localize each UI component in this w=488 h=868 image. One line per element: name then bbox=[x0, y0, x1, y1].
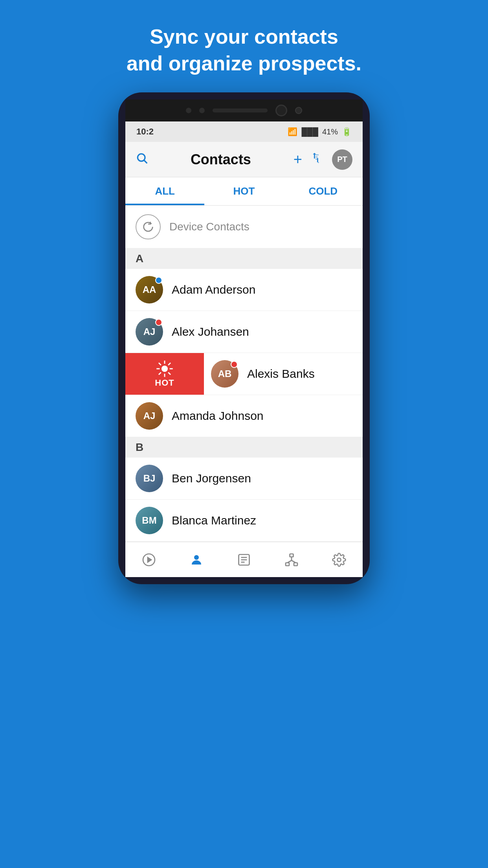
contact-row-ben[interactable]: BJ Ben Jorgensen bbox=[125, 458, 363, 500]
aux-sensor bbox=[295, 107, 302, 114]
speaker bbox=[213, 108, 268, 112]
contact-avatar-alexis: AB bbox=[211, 360, 238, 388]
contact-row-blanca[interactable]: BM Blanca Martinez bbox=[125, 500, 363, 542]
svg-line-7 bbox=[159, 363, 161, 365]
svg-point-13 bbox=[194, 555, 199, 560]
battery-icon: 🔋 bbox=[342, 127, 352, 136]
hero-line1: Sync your contacts bbox=[150, 25, 338, 48]
svg-point-2 bbox=[161, 366, 168, 372]
front-camera bbox=[275, 105, 287, 116]
phone-screen: 10:2 📶 ███ 41% 🔋 Contacts + bbox=[125, 121, 363, 577]
wifi-icon: 📶 bbox=[288, 127, 297, 136]
app-header: Contacts + PT bbox=[125, 142, 363, 177]
sync-icon bbox=[136, 214, 161, 239]
tab-cold[interactable]: COLD bbox=[284, 177, 363, 205]
svg-line-8 bbox=[168, 372, 171, 375]
add-contact-icon[interactable]: + bbox=[294, 151, 302, 168]
sort-icon[interactable] bbox=[311, 152, 323, 167]
nav-network[interactable] bbox=[276, 548, 307, 572]
nav-settings[interactable] bbox=[323, 548, 355, 572]
tab-hot[interactable]: HOT bbox=[204, 177, 283, 205]
search-icon[interactable] bbox=[136, 152, 148, 167]
device-contacts-label: Device Contacts bbox=[169, 221, 250, 233]
contact-row-adam[interactable]: AA Adam Anderson bbox=[125, 269, 363, 311]
hero-line2: and organize prospects. bbox=[127, 52, 361, 75]
contact-row-amanda[interactable]: AJ Amanda Johnson bbox=[125, 395, 363, 437]
contact-name-adam: Adam Anderson bbox=[172, 283, 255, 296]
contact-name-amanda: Amanda Johnson bbox=[172, 409, 264, 423]
avatar[interactable]: PT bbox=[332, 149, 352, 170]
svg-point-0 bbox=[138, 154, 145, 161]
contact-avatar-ben: BJ bbox=[136, 465, 163, 492]
app-title: Contacts bbox=[191, 151, 251, 168]
phone-top bbox=[125, 99, 363, 121]
hot-sun-svg bbox=[156, 360, 174, 378]
svg-line-10 bbox=[159, 372, 161, 375]
nav-contacts[interactable] bbox=[181, 548, 212, 572]
ir-sensor bbox=[199, 108, 205, 113]
bottom-nav bbox=[125, 542, 363, 577]
svg-rect-18 bbox=[290, 554, 293, 557]
side-camera bbox=[186, 108, 191, 113]
svg-line-9 bbox=[168, 363, 171, 365]
battery-text: 41% bbox=[322, 127, 338, 136]
contact-name-alex: Alex Johansen bbox=[172, 325, 249, 338]
status-bar: 10:2 📶 ███ 41% 🔋 bbox=[125, 121, 363, 142]
contact-avatar-alex: AJ bbox=[136, 318, 163, 346]
svg-line-23 bbox=[292, 560, 296, 563]
tabs-bar: ALL HOT COLD bbox=[125, 177, 363, 206]
signal-icon: ███ bbox=[301, 127, 318, 136]
svg-line-1 bbox=[144, 160, 147, 163]
contact-name-blanca: Blanca Martinez bbox=[172, 514, 256, 527]
hot-badge-label: HOT bbox=[155, 378, 174, 388]
contact-avatar-amanda: AJ bbox=[136, 402, 163, 430]
contact-name-alexis: Alexis Banks bbox=[247, 367, 315, 381]
svg-rect-19 bbox=[286, 563, 289, 566]
nav-play[interactable] bbox=[133, 548, 165, 572]
status-time: 10:2 bbox=[136, 127, 154, 137]
header-actions: + PT bbox=[294, 149, 352, 170]
nav-notes[interactable] bbox=[228, 548, 260, 572]
contact-avatar-adam: AA bbox=[136, 276, 163, 303]
device-contacts-row[interactable]: Device Contacts bbox=[125, 206, 363, 248]
svg-rect-20 bbox=[294, 563, 297, 566]
svg-line-22 bbox=[287, 560, 292, 563]
contact-row-alexis[interactable]: HOT AB Alexis Banks bbox=[125, 353, 363, 395]
svg-marker-12 bbox=[148, 557, 151, 562]
section-header-b: B bbox=[125, 437, 363, 458]
contact-row-alex[interactable]: AJ Alex Johansen bbox=[125, 311, 363, 353]
contact-name-ben: Ben Jorgensen bbox=[172, 472, 251, 485]
status-icons: 📶 ███ 41% 🔋 bbox=[288, 127, 352, 136]
contact-avatar-blanca: BM bbox=[136, 507, 163, 534]
tab-all[interactable]: ALL bbox=[125, 177, 204, 205]
section-header-a: A bbox=[125, 248, 363, 269]
hero-text: Sync your contacts and organize prospect… bbox=[95, 0, 393, 92]
svg-point-24 bbox=[337, 558, 341, 561]
hot-badge: HOT bbox=[125, 353, 204, 395]
phone-device: 10:2 📶 ███ 41% 🔋 Contacts + bbox=[118, 92, 370, 584]
